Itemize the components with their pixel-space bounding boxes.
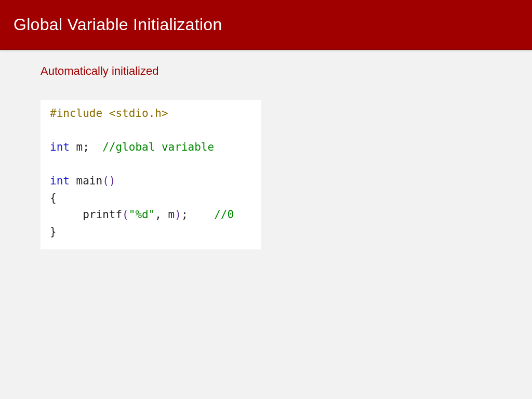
- slide-content: Automatically initialized #include <stdi…: [0, 50, 532, 264]
- code-paren: (): [102, 175, 115, 187]
- code-string: "%d": [129, 208, 155, 221]
- slide-title: Global Variable Initialization: [14, 15, 222, 34]
- code-keyword: int: [50, 141, 70, 153]
- subtitle: Automatically initialized: [41, 64, 491, 78]
- code-text: , m: [155, 208, 175, 221]
- code-paren: ): [175, 208, 181, 221]
- code-pad: [50, 208, 83, 221]
- code-empty-line: [50, 124, 57, 137]
- code-fn: main: [70, 175, 102, 187]
- code-pre: #include <stdio.h> int m; //global varia…: [50, 105, 250, 240]
- code-paren: (: [122, 208, 129, 221]
- code-preproc: #include <stdio.h>: [50, 107, 168, 119]
- code-brace: }: [50, 225, 57, 238]
- code-brace: {: [50, 192, 57, 204]
- code-text: ;: [181, 208, 188, 221]
- code-block: #include <stdio.h> int m; //global varia…: [41, 100, 261, 249]
- code-comment: //0: [214, 208, 234, 221]
- code-keyword: int: [50, 175, 70, 187]
- slide-header: Global Variable Initialization: [0, 0, 532, 50]
- code-comment: //global variable: [102, 141, 214, 153]
- code-text: m;: [70, 141, 89, 153]
- code-pad: [188, 208, 215, 221]
- code-pad: [89, 141, 102, 153]
- code-empty-line: [50, 158, 57, 170]
- code-fn: printf: [83, 208, 122, 221]
